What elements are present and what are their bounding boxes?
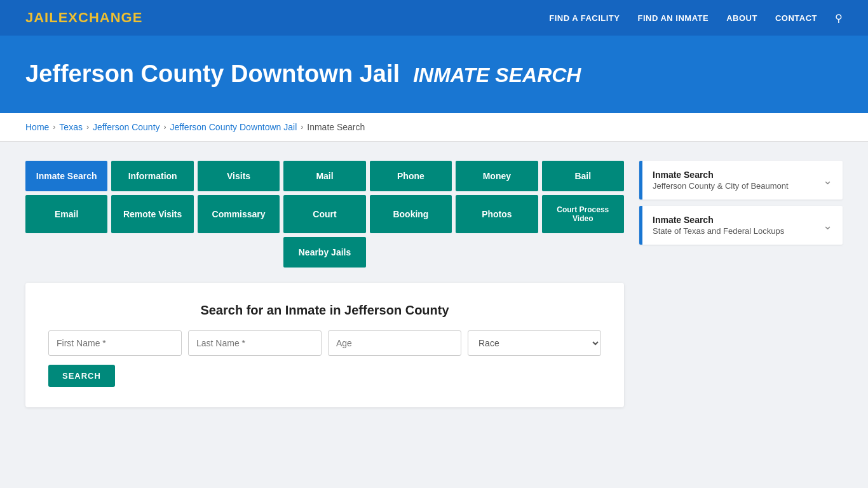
race-select[interactable]: Race White Black Hispanic Asian Other — [468, 330, 601, 356]
sidebar-item-text-2: Inmate Search State of Texas and Federal… — [653, 215, 784, 236]
breadcrumb-jail[interactable]: Jefferson County Downtown Jail — [170, 122, 297, 132]
last-name-input[interactable] — [188, 330, 322, 356]
tab-nearby-jails[interactable]: Nearby Jails — [283, 237, 365, 268]
nav-find-facility[interactable]: FIND A FACILITY — [549, 13, 620, 23]
tab-phone[interactable]: Phone — [370, 161, 452, 191]
breadcrumb-home[interactable]: Home — [25, 122, 49, 132]
sidebar-title-2: Inmate Search — [653, 215, 784, 225]
tab-photos[interactable]: Photos — [456, 195, 538, 233]
sidebar-title-1: Inmate Search — [653, 170, 789, 180]
tab-money[interactable]: Money — [456, 161, 538, 191]
logo[interactable]: JAILEXCHANGE — [25, 10, 142, 26]
search-form-row: Race White Black Hispanic Asian Other — [48, 330, 601, 356]
navbar: JAILEXCHANGE FIND A FACILITY FIND AN INM… — [0, 0, 868, 36]
tabs-row-3: Nearby Jails — [25, 237, 624, 268]
tab-email[interactable]: Email — [25, 195, 107, 233]
chevron-down-icon-1: ⌄ — [823, 173, 832, 187]
first-name-input[interactable] — [48, 330, 182, 356]
breadcrumb-county[interactable]: Jefferson County — [93, 122, 160, 132]
tabs-row-1: Inmate Search Information Visits Mail Ph… — [25, 161, 624, 191]
hero-title-sub: INMATE SEARCH — [413, 64, 581, 86]
sidebar-subtitle-2: State of Texas and Federal Lockups — [653, 226, 784, 236]
tab-booking[interactable]: Booking — [370, 195, 452, 233]
search-title: Search for an Inmate in Jefferson County — [48, 303, 601, 318]
sidebar-subtitle-1: Jefferson County & City of Beaumont — [653, 181, 789, 191]
nav-links: FIND A FACILITY FIND AN INMATE ABOUT CON… — [549, 12, 843, 24]
left-column: Inmate Search Information Visits Mail Ph… — [25, 161, 624, 407]
main-content: Inmate Search Information Visits Mail Ph… — [0, 142, 868, 426]
tab-bail[interactable]: Bail — [542, 161, 624, 191]
sidebar-item-jefferson[interactable]: Inmate Search Jefferson County & City of… — [639, 161, 843, 200]
breadcrumb-texas[interactable]: Texas — [59, 122, 83, 132]
hero-title-main: Jefferson County Downtown Jail — [25, 60, 400, 87]
nav-find-inmate[interactable]: FIND AN INMATE — [637, 13, 709, 23]
page-title: Jefferson County Downtown Jail INMATE SE… — [25, 60, 843, 88]
tab-commissary[interactable]: Commissary — [198, 195, 280, 233]
tab-visits[interactable]: Visits — [198, 161, 280, 191]
tab-mail[interactable]: Mail — [283, 161, 365, 191]
search-icon[interactable]: ⚲ — [835, 12, 843, 24]
tab-court-process-video[interactable]: Court Process Video — [542, 195, 624, 233]
logo-jail: JAIL — [25, 10, 58, 25]
right-sidebar: Inmate Search Jefferson County & City of… — [639, 161, 843, 251]
sep-1: › — [53, 123, 55, 132]
age-input[interactable] — [328, 330, 461, 356]
sep-2: › — [86, 123, 89, 132]
tab-court[interactable]: Court — [283, 195, 365, 233]
sep-4: › — [301, 123, 303, 132]
logo-exchange: EXCHANGE — [58, 10, 143, 25]
breadcrumb-bar: Home › Texas › Jefferson County › Jeffer… — [0, 113, 868, 142]
breadcrumb-current: Inmate Search — [307, 122, 365, 132]
breadcrumb: Home › Texas › Jefferson County › Jeffer… — [25, 122, 843, 132]
tab-information[interactable]: Information — [111, 161, 193, 191]
tab-remote-visits[interactable]: Remote Visits — [111, 195, 193, 233]
search-card: Search for an Inmate in Jefferson County… — [25, 283, 624, 407]
sidebar-item-text-1: Inmate Search Jefferson County & City of… — [653, 170, 789, 191]
search-button[interactable]: SEARCH — [48, 365, 115, 387]
nav-contact[interactable]: CONTACT — [775, 13, 817, 23]
tabs-row-2: Email Remote Visits Commissary Court Boo… — [25, 195, 624, 233]
chevron-down-icon-2: ⌄ — [823, 219, 832, 233]
sep-3: › — [164, 123, 166, 132]
nav-about[interactable]: ABOUT — [726, 13, 757, 23]
tab-inmate-search[interactable]: Inmate Search — [25, 161, 107, 191]
sidebar-item-texas[interactable]: Inmate Search State of Texas and Federal… — [639, 206, 843, 245]
hero-section: Jefferson County Downtown Jail INMATE SE… — [0, 37, 868, 113]
